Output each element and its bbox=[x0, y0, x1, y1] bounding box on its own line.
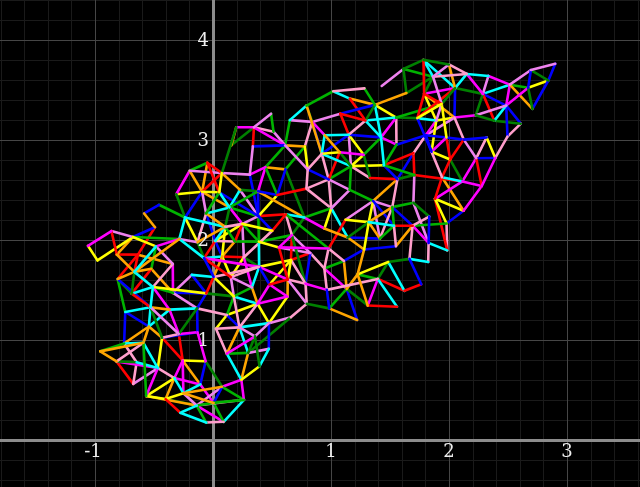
mesh-plot-canvas bbox=[0, 0, 640, 487]
plot-area: -1 1 2 3 1 2 3 4 bbox=[0, 0, 640, 487]
